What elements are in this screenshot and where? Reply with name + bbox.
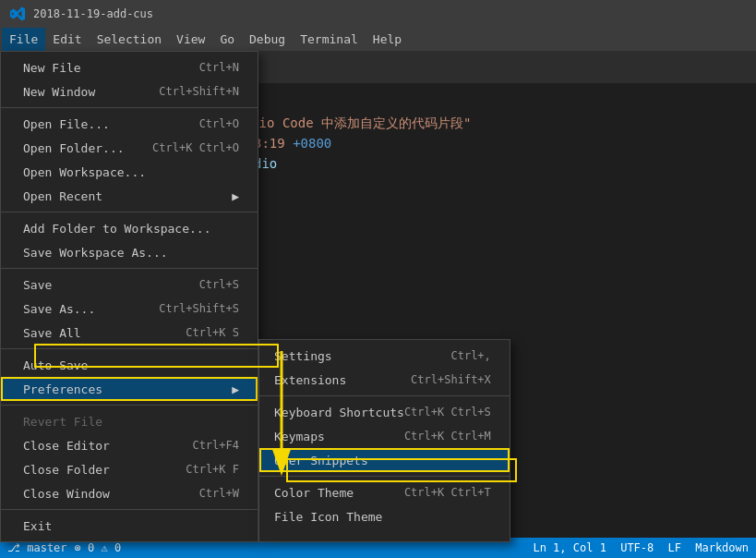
file-menu-open-folder[interactable]: Open Folder... Ctrl+K Ctrl+O: [1, 136, 258, 160]
pref-menu-keymaps[interactable]: Keymaps Ctrl+K Ctrl+M: [259, 424, 510, 448]
vscode-logo-icon: [9, 6, 26, 22]
title-bar-left: 2018-11-19-add-cus: [9, 6, 153, 22]
file-menu-open-workspace[interactable]: Open Workspace...: [1, 160, 258, 184]
file-menu-new-file[interactable]: New File Ctrl+N: [1, 55, 258, 79]
status-language[interactable]: Markdown: [695, 541, 749, 554]
pref-menu-color-theme[interactable]: Color Theme Ctrl+K Ctrl+T: [259, 480, 510, 504]
file-menu-open-recent[interactable]: Open Recent ▶: [1, 184, 258, 208]
menu-view[interactable]: View: [169, 28, 212, 51]
menu-bar: File Edit Selection View Go Debug Termin…: [0, 28, 756, 51]
preferences-arrow-icon: ▶: [232, 382, 239, 396]
pref-menu-file-icon-theme[interactable]: File Icon Theme: [259, 504, 510, 528]
file-menu-open-file[interactable]: Open File... Ctrl+O: [1, 112, 258, 136]
status-line-col[interactable]: Ln 1, Col 1: [533, 541, 606, 554]
status-right: Ln 1, Col 1 UTF-8 LF Markdown: [533, 541, 749, 554]
preferences-submenu: Settings Ctrl+, Extensions Ctrl+Shift+X …: [258, 339, 510, 542]
file-menu-save-as[interactable]: Save As... Ctrl+Shift+S: [1, 297, 258, 321]
file-menu-auto-save[interactable]: Auto Save: [1, 353, 258, 377]
pref-menu-extensions[interactable]: Extensions Ctrl+Shift+X: [259, 368, 510, 392]
menu-edit[interactable]: Edit: [45, 28, 89, 51]
file-menu-new-window[interactable]: New Window Ctrl+Shift+N: [1, 79, 258, 103]
file-menu-save-all[interactable]: Save All Ctrl+K S: [1, 321, 258, 345]
menu-debug[interactable]: Debug: [242, 28, 293, 51]
file-menu-close-editor[interactable]: Close Editor Ctrl+F4: [1, 433, 258, 457]
file-menu: New File Ctrl+N New Window Ctrl+Shift+N …: [0, 51, 258, 542]
file-menu-add-folder[interactable]: Add Folder to Workspace...: [1, 216, 258, 240]
file-menu-close-window[interactable]: Close Window Ctrl+W: [1, 481, 258, 505]
menu-terminal[interactable]: Terminal: [293, 28, 366, 51]
file-menu-save-workspace-as[interactable]: Save Workspace As...: [1, 240, 258, 264]
open-recent-arrow-icon: ▶: [232, 189, 239, 203]
status-line-ending[interactable]: LF: [668, 541, 681, 554]
pref-menu-keyboard-shortcuts[interactable]: Keyboard Shortcuts Ctrl+K Ctrl+S: [259, 400, 510, 424]
dropdown-overlay: New File Ctrl+N New Window Ctrl+Shift+N …: [0, 51, 510, 542]
status-branch[interactable]: ⎇ master: [7, 541, 67, 554]
file-menu-save[interactable]: Save Ctrl+S: [1, 273, 258, 297]
window-title: 2018-11-19-add-cus: [33, 7, 153, 20]
file-menu-revert-file: Revert File: [1, 409, 258, 433]
status-encoding[interactable]: UTF-8: [620, 541, 654, 554]
menu-file[interactable]: File: [2, 28, 45, 51]
pref-menu-user-snippets[interactable]: User Snippets: [259, 448, 510, 472]
menu-selection[interactable]: Selection: [90, 28, 169, 51]
pref-menu-settings[interactable]: Settings Ctrl+,: [259, 344, 510, 368]
status-errors[interactable]: ⊗ 0 ⚠ 0: [75, 541, 122, 554]
menu-help[interactable]: Help: [366, 28, 409, 51]
file-menu-preferences[interactable]: Preferences ▶: [1, 377, 258, 401]
file-menu-exit[interactable]: Exit: [1, 514, 258, 538]
title-bar: 2018-11-19-add-cus: [0, 0, 756, 28]
file-menu-close-folder[interactable]: Close Folder Ctrl+K F: [1, 457, 258, 481]
menu-go[interactable]: Go: [212, 28, 242, 51]
